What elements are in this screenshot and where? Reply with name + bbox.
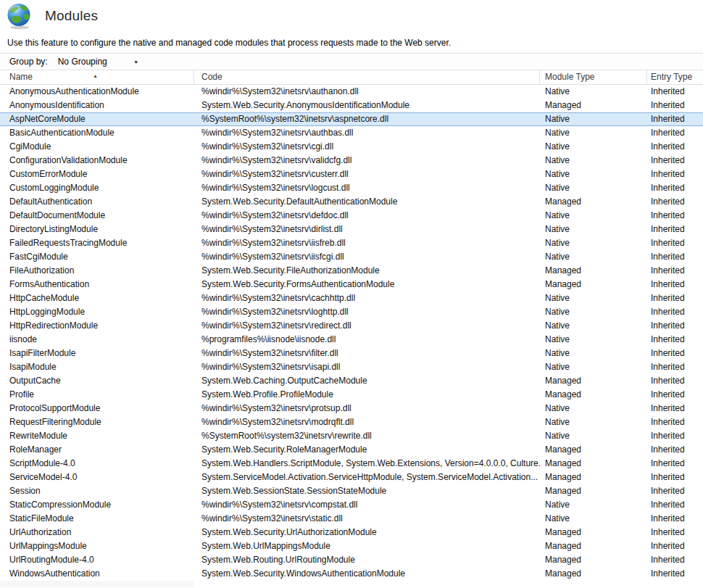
cell-entry-type: Inherited <box>647 85 703 99</box>
table-row[interactable]: FormsAuthentication System.Web.Security.… <box>0 278 703 291</box>
cell-entry-type: Inherited <box>647 154 703 167</box>
module-table-body: AnonymousAuthenticationModule %windir%\S… <box>0 85 703 581</box>
table-row[interactable]: DefaultDocumentModule %windir%\System32\… <box>0 209 703 223</box>
table-row[interactable]: HttpLoggingModule %windir%\System32\inet… <box>0 305 703 319</box>
table-row[interactable]: BasicAuthenticationModule %windir%\Syste… <box>0 126 703 140</box>
table-row[interactable]: AspNetCoreModule %SystemRoot%\system32\i… <box>0 112 703 126</box>
cell-code: System.Web.UrlMappingsModule <box>194 539 540 553</box>
table-row[interactable]: StaticFileModule %windir%\System32\inets… <box>0 512 703 526</box>
cell-entry-type: Inherited <box>647 402 703 415</box>
table-row[interactable]: HttpCacheModule %windir%\System32\inetsr… <box>0 291 703 305</box>
cell-module-type: Native <box>540 402 647 415</box>
table-row[interactable]: AnonymousIdentification System.Web.Secur… <box>0 99 703 112</box>
table-row[interactable]: ProtocolSupportModule %windir%\System32\… <box>0 402 703 415</box>
cell-entry-type: Inherited <box>647 319 703 333</box>
globe-icon <box>6 2 33 30</box>
table-row[interactable]: ServiceModel-4.0 System.ServiceModel.Act… <box>0 471 703 484</box>
cell-name: Profile <box>0 388 194 402</box>
cell-entry-type: Inherited <box>647 278 703 291</box>
cell-code: System.Web.Security.FileAuthorizationMod… <box>194 264 540 278</box>
table-row[interactable]: DefaultAuthentication System.Web.Securit… <box>0 195 703 209</box>
cell-name: OutputCache <box>0 374 194 388</box>
cell-entry-type: Inherited <box>647 347 703 360</box>
cell-module-type: Native <box>540 167 647 181</box>
column-header-module-type[interactable]: Module Type <box>540 70 647 84</box>
cell-code: %windir%\System32\inetsrv\authanon.dll <box>194 85 540 99</box>
cell-entry-type: Inherited <box>647 181 703 195</box>
cell-code: %SystemRoot%\system32\inetsrv\rewrite.dl… <box>194 429 540 443</box>
table-row[interactable]: RoleManager System.Web.Security.RoleMana… <box>0 443 703 457</box>
cell-code: System.Web.Profile.ProfileModule <box>194 388 540 402</box>
table-row[interactable]: UrlMappingsModule System.Web.UrlMappings… <box>0 539 703 553</box>
group-by-label: Group by: <box>9 57 48 67</box>
cell-module-type: Native <box>540 85 647 99</box>
cell-code: %windir%\System32\inetsrv\iisfreb.dll <box>194 236 540 250</box>
cell-code: System.Web.Security.AnonymousIdentificat… <box>194 99 540 112</box>
table-row[interactable]: Profile System.Web.Profile.ProfileModule… <box>0 388 703 402</box>
cell-module-type: Managed <box>540 99 647 112</box>
cell-name: WindowsAuthentication <box>0 567 194 581</box>
cell-code: System.Web.SessionState.SessionStateModu… <box>194 484 540 498</box>
chevron-down-icon: ▼ <box>133 59 139 64</box>
column-header-code[interactable]: Code <box>194 70 540 84</box>
column-header-entry-type[interactable]: Entry Type <box>647 70 703 84</box>
table-row[interactable]: CustomLoggingModule %windir%\System32\in… <box>0 181 703 195</box>
cell-name: AspNetCoreModule <box>0 113 194 125</box>
cell-entry-type: Inherited <box>647 333 703 347</box>
cell-code: %windir%\System32\inetsrv\compstat.dll <box>194 498 540 512</box>
cell-module-type: Native <box>540 333 647 347</box>
table-row[interactable]: ScriptModule-4.0 System.Web.Handlers.Scr… <box>0 457 703 471</box>
cell-entry-type: Inherited <box>647 526 703 539</box>
cell-code: System.Web.Handlers.ScriptModule, System… <box>194 457 540 471</box>
table-row[interactable]: UrlRoutingModule-4.0 System.Web.Routing.… <box>0 553 703 567</box>
table-row[interactable]: WindowsAuthentication System.Web.Securit… <box>0 567 703 581</box>
cell-entry-type: Inherited <box>647 429 703 443</box>
table-row[interactable]: CgiModule %windir%\System32\inetsrv\cgi.… <box>0 140 703 154</box>
cell-code: %windir%\System32\inetsrv\authbas.dll <box>194 126 540 140</box>
cell-entry-type: Inherited <box>647 291 703 305</box>
cell-entry-type: Inherited <box>647 126 703 140</box>
table-row[interactable]: ConfigurationValidationModule %windir%\S… <box>0 154 703 167</box>
cell-entry-type: Inherited <box>647 471 703 484</box>
cell-name: CustomErrorModule <box>0 167 194 181</box>
cell-code: %windir%\System32\inetsrv\cachhttp.dll <box>194 291 540 305</box>
cell-entry-type: Inherited <box>647 374 703 388</box>
cell-code: System.Web.Security.FormsAuthenticationM… <box>194 278 540 291</box>
cell-module-type: Native <box>540 113 647 125</box>
cell-code: System.Web.Security.RoleManagerModule <box>194 443 540 457</box>
cell-code: System.Web.Security.WindowsAuthenticatio… <box>194 567 540 581</box>
cell-code: System.Web.Caching.OutputCacheModule <box>194 374 540 388</box>
cell-module-type: Managed <box>540 457 647 471</box>
group-by-value: No Grouping <box>58 57 107 67</box>
cell-name: HttpCacheModule <box>0 291 194 305</box>
cell-name: ConfigurationValidationModule <box>0 154 194 167</box>
cell-module-type: Managed <box>540 471 647 484</box>
table-row[interactable]: StaticCompressionModule %windir%\System3… <box>0 498 703 512</box>
table-row[interactable]: FailedRequestsTracingModule %windir%\Sys… <box>0 236 703 250</box>
column-header-name[interactable]: Name ▲ <box>0 70 194 84</box>
cell-module-type: Managed <box>540 195 647 209</box>
table-row[interactable]: DirectoryListingModule %windir%\System32… <box>0 223 703 236</box>
group-by-dropdown[interactable]: No Grouping ▼ <box>55 54 143 69</box>
cell-module-type: Native <box>540 209 647 223</box>
cell-module-type: Managed <box>540 278 647 291</box>
table-row[interactable]: AnonymousAuthenticationModule %windir%\S… <box>0 85 703 99</box>
table-row[interactable]: IsapiFilterModule %windir%\System32\inet… <box>0 347 703 360</box>
cell-module-type: Managed <box>540 567 647 581</box>
table-row[interactable]: FileAuthorization System.Web.Security.Fi… <box>0 264 703 278</box>
cell-entry-type: Inherited <box>647 305 703 319</box>
table-row[interactable]: Session System.Web.SessionState.SessionS… <box>0 484 703 498</box>
table-row[interactable]: IsapiModule %windir%\System32\inetsrv\is… <box>0 360 703 374</box>
table-row[interactable]: CustomErrorModule %windir%\System32\inet… <box>0 167 703 181</box>
cell-entry-type: Inherited <box>647 512 703 526</box>
table-row[interactable]: OutputCache System.Web.Caching.OutputCac… <box>0 374 703 388</box>
cell-module-type: Native <box>540 305 647 319</box>
cell-entry-type: Inherited <box>647 553 703 567</box>
cell-code: %windir%\System32\inetsrv\protsup.dll <box>194 402 540 415</box>
table-row[interactable]: FastCgiModule %windir%\System32\inetsrv\… <box>0 250 703 264</box>
table-row[interactable]: HttpRedirectionModule %windir%\System32\… <box>0 319 703 333</box>
table-row[interactable]: RewriteModule %SystemRoot%\system32\inet… <box>0 429 703 443</box>
table-row[interactable]: iisnode %programfiles%\iisnode\iisnode.d… <box>0 333 703 347</box>
table-row[interactable]: UrlAuthorization System.Web.Security.Url… <box>0 526 703 539</box>
table-row[interactable]: RequestFilteringModule %windir%\System32… <box>0 415 703 429</box>
